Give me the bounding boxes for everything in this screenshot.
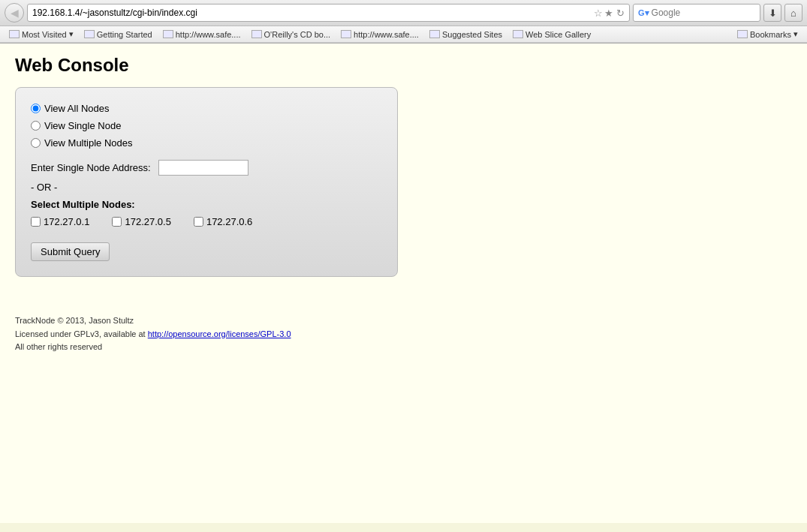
radio-single-input[interactable] xyxy=(31,121,41,131)
bookmark-label: Web Slice Gallery xyxy=(525,30,591,39)
form-box: View All Nodes View Single Node View Mul… xyxy=(15,87,398,277)
search-input[interactable] xyxy=(652,8,764,18)
checkbox-node3-input[interactable] xyxy=(194,217,203,227)
footer-line2-prefix: Licensed under GPLv3, available at xyxy=(15,329,148,338)
page-content: Web Console View All Nodes View Single N… xyxy=(0,44,807,523)
bookmark-suggested-sites[interactable]: Suggested Sites xyxy=(425,29,507,41)
url-input[interactable] xyxy=(32,8,591,18)
bookmarks-bar: Most Visited▾ Getting Started http://www… xyxy=(0,26,807,43)
radio-all-label: View All Nodes xyxy=(44,103,109,114)
bookmark-safe1[interactable]: http://www.safe.... xyxy=(158,29,245,41)
back-button[interactable]: ◀ xyxy=(5,3,24,23)
toolbar-right-icons: ⬇ ⌂ xyxy=(763,4,802,22)
checkbox-node1-label: 172.27.0.1 xyxy=(44,216,89,227)
page-title: Web Console xyxy=(15,55,792,76)
footer-line3: All other rights reserved xyxy=(15,341,792,354)
submit-button[interactable]: Submit Query xyxy=(31,242,110,261)
bookmark-icon xyxy=(341,30,351,38)
bookmark-label: http://www.safe.... xyxy=(354,30,419,39)
bookmark-icon xyxy=(84,30,95,38)
bookmark-label: O'Reilly's CD bo... xyxy=(264,30,331,39)
radio-view-multiple-nodes[interactable]: View Multiple Nodes xyxy=(31,137,382,149)
select-multiple-label: Select Multiple Nodes: xyxy=(31,199,382,210)
bookmark-icon xyxy=(429,30,440,38)
bookmark-web-slice-gallery[interactable]: Web Slice Gallery xyxy=(508,29,595,41)
radio-group: View All Nodes View Single Node View Mul… xyxy=(31,103,382,149)
bookmark-bookmarks[interactable]: Bookmarks▾ xyxy=(733,28,802,41)
bookmark-safe2[interactable]: http://www.safe.... xyxy=(336,29,423,41)
checkbox-node2-input[interactable] xyxy=(112,217,122,227)
bookmark-label: Bookmarks xyxy=(750,30,791,39)
bookmark-icon xyxy=(251,30,262,38)
footer-license-link[interactable]: http://opensource.org/licenses/GPL-3.0 xyxy=(148,329,291,338)
radio-view-single-node[interactable]: View Single Node xyxy=(31,120,382,131)
radio-multiple-input[interactable] xyxy=(31,138,41,148)
search-bar[interactable]: G▾ 🔍 xyxy=(633,4,760,22)
bookmark-icon xyxy=(513,30,523,38)
radio-view-all-nodes[interactable]: View All Nodes xyxy=(31,103,382,114)
footer: TrackNode © 2013, Jason Stultz Licensed … xyxy=(15,314,792,354)
bookmark-label: Most Visited xyxy=(22,30,67,39)
bookmark-star-icon[interactable]: ★ xyxy=(604,8,613,19)
refresh-icon[interactable]: ↻ xyxy=(616,8,625,19)
single-node-label: Enter Single Node Address: xyxy=(31,162,151,173)
checkbox-node1[interactable]: 172.27.0.1 xyxy=(31,216,89,227)
checkbox-node3-label: 172.27.0.6 xyxy=(206,216,252,227)
checkbox-node1-input[interactable] xyxy=(31,217,41,227)
single-node-row: Enter Single Node Address: xyxy=(31,160,382,176)
bookmark-label: Getting Started xyxy=(97,30,152,39)
star-icon[interactable]: ☆ xyxy=(594,8,603,19)
download-button[interactable]: ⬇ xyxy=(763,4,781,22)
checkbox-node2-label: 172.27.0.5 xyxy=(125,216,170,227)
radio-multiple-label: View Multiple Nodes xyxy=(44,137,133,149)
bookmark-icon xyxy=(163,30,173,38)
bookmark-most-visited[interactable]: Most Visited▾ xyxy=(5,28,78,41)
checkbox-node3[interactable]: 172.27.0.6 xyxy=(194,216,252,227)
bookmark-icon xyxy=(737,30,748,38)
radio-single-label: View Single Node xyxy=(44,120,121,131)
radio-all-input[interactable] xyxy=(31,104,41,113)
bookmark-label: http://www.safe.... xyxy=(176,30,241,39)
browser-chrome: ◀ ☆ ★ ↻ G▾ 🔍 ⬇ ⌂ Most Visited▾ Getting S… xyxy=(0,0,807,44)
bookmark-oreilly[interactable]: O'Reilly's CD bo... xyxy=(247,29,336,41)
or-divider: - OR - xyxy=(31,182,382,193)
footer-line2: Licensed under GPLv3, available at http:… xyxy=(15,328,792,341)
home-button[interactable]: ⌂ xyxy=(784,4,802,22)
address-bar[interactable]: ☆ ★ ↻ xyxy=(27,4,630,22)
bookmark-getting-started[interactable]: Getting Started xyxy=(80,29,157,41)
toolbar: ◀ ☆ ★ ↻ G▾ 🔍 ⬇ ⌂ xyxy=(0,0,807,26)
google-icon: G▾ xyxy=(638,8,649,18)
bookmark-label: Suggested Sites xyxy=(442,30,502,39)
checkbox-node2[interactable]: 172.27.0.5 xyxy=(112,216,170,227)
bookmark-icon xyxy=(9,30,20,38)
footer-line1: TrackNode © 2013, Jason Stultz xyxy=(15,314,792,328)
checkbox-group: 172.27.0.1 172.27.0.5 172.27.0.6 xyxy=(31,216,382,227)
single-node-input[interactable] xyxy=(158,160,248,176)
